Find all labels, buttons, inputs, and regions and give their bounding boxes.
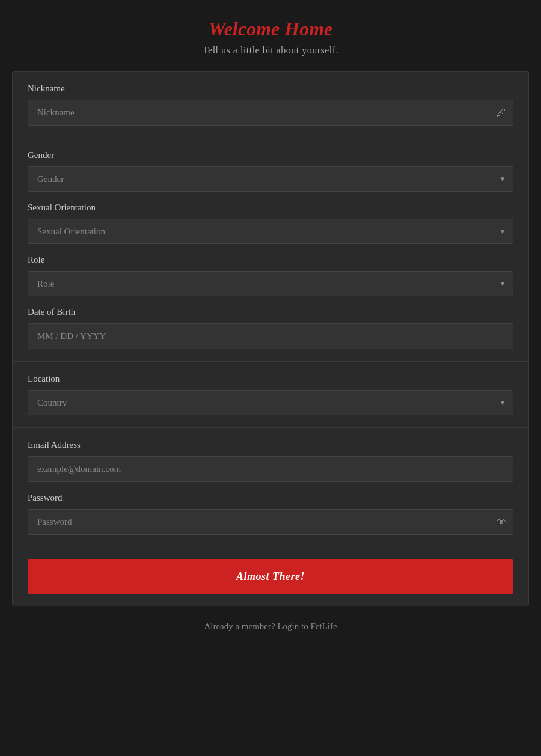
password-label: Password <box>28 493 513 503</box>
gender-label: Gender <box>28 150 513 160</box>
submit-section: Almost There! <box>13 547 528 606</box>
credentials-section: Email Address Password 👁 <box>13 428 528 547</box>
dob-label: Date of Birth <box>28 307 513 317</box>
role-label: Role <box>28 255 513 265</box>
nickname-label: Nickname <box>28 84 513 94</box>
role-select[interactable]: Role Dominant Submissive Switch Other <box>28 271 513 296</box>
email-input[interactable] <box>28 456 513 482</box>
dob-input[interactable] <box>28 323 513 349</box>
footer: Already a member? Login to FetLife <box>204 621 337 632</box>
location-label: Location <box>28 374 513 384</box>
page-subtitle: Tell us a little bit about yourself. <box>203 45 338 56</box>
email-label: Email Address <box>28 440 513 450</box>
password-input[interactable] <box>28 509 513 535</box>
page-title: Welcome Home <box>203 18 338 40</box>
header: Welcome Home Tell us a little bit about … <box>203 18 338 56</box>
sexual-orientation-label: Sexual Orientation <box>28 203 513 213</box>
gender-select[interactable]: Gender Male Female Non-binary Other <box>28 166 513 192</box>
nickname-section: Nickname 🖊 <box>13 72 528 138</box>
location-section: Location Country United States United Ki… <box>13 362 528 428</box>
nickname-input[interactable] <box>28 100 513 126</box>
sexual-orientation-select[interactable]: Sexual Orientation Straight Gay Lesbian … <box>28 219 513 244</box>
submit-button[interactable]: Almost There! <box>28 559 513 594</box>
profile-section: Gender Gender Male Female Non-binary Oth… <box>13 138 528 362</box>
form-card: Nickname 🖊 Gender Gender Male Female Non… <box>12 71 529 606</box>
country-select[interactable]: Country United States United Kingdom Can… <box>28 390 513 415</box>
